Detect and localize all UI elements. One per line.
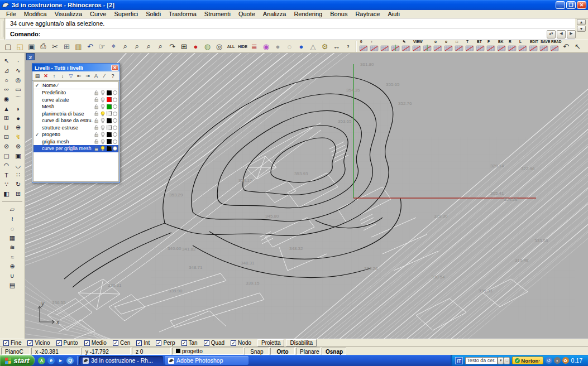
target-icon[interactable]: ⊕ bbox=[7, 262, 18, 271]
layer-color-swatch[interactable] bbox=[106, 118, 113, 123]
layer-color-swatch[interactable] bbox=[106, 111, 113, 116]
mesh-surface-icon[interactable]: ∪ bbox=[7, 271, 18, 281]
layer-row[interactable]: griglia mesh bbox=[34, 138, 118, 146]
menu-superfici[interactable]: Superfici bbox=[110, 10, 142, 18]
rendered-view-icon[interactable]: ● bbox=[295, 41, 307, 52]
checkbox-icon[interactable]: ✓ bbox=[136, 340, 142, 346]
arc-icon[interactable]: ⌒ bbox=[13, 94, 23, 104]
menu-curve[interactable]: Curve bbox=[86, 10, 110, 18]
extrude-icon[interactable]: ⊡ bbox=[1, 132, 12, 142]
zoom-all-icon[interactable]: ALL bbox=[225, 41, 237, 52]
contour-icon[interactable]: ≋ bbox=[7, 243, 18, 252]
internet-explorer-icon[interactable]: e bbox=[47, 357, 55, 364]
layer-name[interactable]: curve di base da estru... bbox=[41, 118, 93, 123]
copy-icon[interactable]: ⊞ bbox=[61, 41, 73, 52]
sort-icon[interactable]: ∕ bbox=[101, 72, 108, 80]
help-icon[interactable]: ? bbox=[342, 41, 354, 52]
menu-aiuti[interactable]: Aiuti bbox=[384, 10, 403, 18]
camera-target-icon[interactable]: ◎ bbox=[213, 41, 225, 52]
layer-row[interactable]: curve di base da estru... bbox=[34, 117, 118, 124]
mesh-tool-icon-1[interactable]: ↑ bbox=[369, 40, 380, 52]
checkbox-icon[interactable]: ✓ bbox=[156, 340, 161, 346]
mesh-tool-icon-14[interactable]: R bbox=[507, 40, 518, 52]
layer-color-swatch[interactable] bbox=[106, 97, 113, 102]
mesh-tool-read[interactable]: READ bbox=[549, 40, 560, 52]
checkbox-icon[interactable]: ✓ bbox=[27, 340, 33, 346]
material-circle-icon[interactable] bbox=[113, 98, 117, 102]
bulb-icon[interactable] bbox=[99, 132, 106, 137]
layer-row[interactable]: curve per griglia mesh bbox=[34, 145, 118, 152]
layer-name[interactable]: curve alzate bbox=[41, 97, 93, 103]
scroll-up-icon[interactable]: ▲ bbox=[577, 19, 586, 25]
minimize-button[interactable]: _ bbox=[556, 1, 565, 9]
pan-icon[interactable]: ☞ bbox=[96, 41, 108, 52]
hide-icon[interactable]: HIDE bbox=[237, 41, 248, 52]
notes-icon[interactable]: ▤ bbox=[7, 281, 18, 290]
menu-quote[interactable]: Quote bbox=[235, 10, 259, 18]
trim-icon[interactable]: ⊗ bbox=[13, 142, 23, 151]
layers-list-header[interactable]: ✓ Nome ∕ bbox=[34, 82, 118, 89]
circle-icon[interactable]: ○ bbox=[1, 75, 12, 85]
interpolate-curve-icon[interactable]: ∾ bbox=[1, 85, 12, 94]
mesh-tool-edit[interactable]: EDIT bbox=[528, 40, 539, 52]
toggle-osnap[interactable]: Osnap bbox=[322, 348, 346, 355]
rectangle-icon[interactable]: ▭ bbox=[13, 85, 23, 94]
material-circle-icon[interactable] bbox=[113, 132, 117, 137]
mesh-tool-icon-15[interactable]: L bbox=[518, 40, 528, 52]
point-cloud-icon[interactable]: ∵ bbox=[1, 180, 12, 189]
selection-window-icon[interactable]: ▢ bbox=[1, 151, 12, 161]
explode-icon[interactable]: ↯ bbox=[13, 132, 23, 142]
lock-icon[interactable] bbox=[93, 104, 99, 109]
checkbox-icon[interactable]: ✓ bbox=[204, 340, 209, 346]
menu-raytrace[interactable]: Raytrace bbox=[351, 10, 384, 18]
lock-icon[interactable] bbox=[93, 97, 99, 102]
surface-patch-icon[interactable]: ◗ bbox=[13, 104, 23, 113]
rename-icon[interactable]: A bbox=[92, 72, 100, 80]
mesh-tool-bt[interactable]: BT bbox=[475, 40, 486, 52]
render-icon[interactable]: ● bbox=[190, 41, 202, 52]
disabilita-button[interactable]: Disabilita bbox=[286, 339, 317, 346]
checkbox-icon[interactable]: ✓ bbox=[3, 340, 9, 346]
checkbox-icon[interactable]: ✓ bbox=[113, 340, 118, 346]
viewport[interactable]: 2 bbox=[25, 53, 588, 339]
curve-icon[interactable]: ∿ bbox=[13, 66, 23, 75]
bulb-icon[interactable] bbox=[99, 90, 106, 95]
ghosted-view-icon[interactable]: ◌ bbox=[284, 41, 295, 52]
layer-color-swatch[interactable] bbox=[106, 146, 113, 151]
layers-panel[interactable]: Livelli - Tutti i livelli ✕ ▤✕↑↓▽⇤⇥A∕? ✓… bbox=[32, 63, 120, 183]
mesh-tool-icon-4[interactable]: ✎ bbox=[401, 40, 412, 52]
render-preview-icon[interactable]: ◍ bbox=[202, 41, 213, 52]
checkbox-icon[interactable]: ✓ bbox=[84, 340, 90, 346]
color-wheel-icon[interactable]: ◉ bbox=[260, 41, 272, 52]
mesh-tool-save[interactable]: SAVE bbox=[539, 40, 549, 52]
bulb-icon[interactable] bbox=[99, 111, 106, 117]
pipe-icon[interactable]: ≀ bbox=[7, 214, 18, 224]
checkbox-icon[interactable]: ✓ bbox=[231, 340, 236, 346]
help-icon[interactable]: ? bbox=[109, 72, 117, 80]
checkbox-icon[interactable]: ✓ bbox=[181, 340, 187, 346]
search-go-icon[interactable]: □ bbox=[504, 357, 510, 364]
new-file-icon[interactable]: ▢ bbox=[2, 41, 14, 52]
mesh-undo-icon[interactable]: ↶ bbox=[560, 41, 572, 52]
paste-icon[interactable]: ▥ bbox=[73, 41, 84, 52]
split-icon[interactable]: ⊘ bbox=[1, 142, 12, 151]
current-layer-pane[interactable]: progetto bbox=[172, 348, 243, 355]
close-button[interactable]: ✕ bbox=[577, 1, 586, 9]
new-layer-icon[interactable]: ▤ bbox=[34, 72, 41, 80]
layers-icon[interactable]: ≣ bbox=[248, 41, 260, 52]
menu-trasforma[interactable]: Trasforma bbox=[165, 10, 200, 18]
media-player-icon[interactable]: ▸ bbox=[57, 357, 64, 364]
messenger-icon[interactable]: ⋏ bbox=[38, 357, 45, 364]
select-icon[interactable]: ↖ bbox=[1, 56, 12, 66]
undo-view-icon[interactable]: ↷ bbox=[166, 41, 178, 52]
lock-icon[interactable] bbox=[93, 118, 99, 123]
scroll-down-icon[interactable]: ▼ bbox=[577, 26, 586, 32]
shaded-view-icon[interactable]: ● bbox=[272, 41, 284, 52]
menu-rendering[interactable]: Rendering bbox=[290, 10, 326, 18]
material-circle-icon[interactable] bbox=[113, 104, 117, 109]
material-circle-icon[interactable] bbox=[113, 90, 117, 95]
command-line-controls[interactable]: ▴▾ ◀ ▶ bbox=[547, 30, 576, 38]
mesh-tool-view[interactable]: VIEW bbox=[412, 40, 422, 52]
mesh-tool-icon-3[interactable] bbox=[390, 40, 401, 52]
mesh-tool-icon-9[interactable]: □ bbox=[454, 40, 465, 52]
